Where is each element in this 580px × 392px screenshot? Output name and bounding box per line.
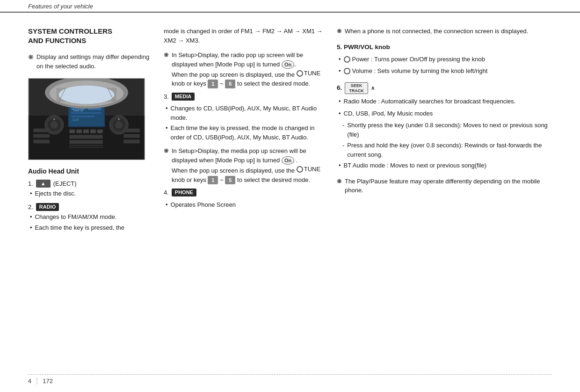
item-1-header: 1. ▲ (EJECT) <box>28 180 150 188</box>
power-circle-icon <box>344 56 350 63</box>
left-column: SYSTEM CONTROLLERS AND FUNCTIONS ❋ Displ… <box>28 27 159 237</box>
radio-note-content: In Setup>Display, the radio pop up scree… <box>172 51 323 88</box>
radio-badge: RADIO <box>36 203 59 211</box>
section-5-bullet-1: • Power : Turns power On/Off by pressing… <box>337 55 552 64</box>
svg-rect-21 <box>90 130 96 133</box>
footer-page: 172 <box>43 377 53 385</box>
page-footer: 4 ┊ 172 <box>28 374 552 385</box>
item-3: 3. MEDIA • Changes to CD, USB(iPod), AUX… <box>164 92 323 142</box>
key-1-badge: 1 <box>208 80 218 88</box>
section-5-title: 5. PWR/VOL knob <box>337 43 552 52</box>
page-header: Features of your vehicle <box>0 0 580 13</box>
asterisk-right-2: ❋ <box>337 177 342 195</box>
item-4: 4. PHONE • Operates Phone Screen <box>164 188 323 209</box>
left-note-1: ❋ Display and settings may differ depend… <box>28 52 150 71</box>
svg-rect-7 <box>71 116 94 117</box>
radio-setup-note: ❋ In Setup>Display, the radio pop up scr… <box>164 51 323 88</box>
section-title: SYSTEM CONTROLLERS AND FUNCTIONS <box>28 27 150 45</box>
right-note-2-text: The Play/Pause feature may operate diffe… <box>345 177 552 195</box>
item-1-bullet: • Ejects the disc. <box>28 189 150 198</box>
item-4-bullet: • Operates Phone Screen <box>164 200 323 210</box>
section-6-header: 6. SEEK TRACK ∧ <box>337 82 552 94</box>
right-column: ❋ When a phone is not connected, the con… <box>327 27 552 237</box>
middle-column: mode is changed in order of FM1 → FM2 → … <box>159 27 327 237</box>
on-badge-2: On <box>282 156 294 165</box>
key-5-badge: 5 <box>225 176 235 185</box>
svg-rect-25 <box>69 145 102 147</box>
key-1-badge-2: 1 <box>208 176 218 185</box>
media-setup-note: ❋ In Setup>Display, the media pop up scr… <box>164 146 323 184</box>
header-title: Features of your vehicle <box>28 3 93 10</box>
media-note-content: In Setup>Display, the media pop up scree… <box>172 146 323 184</box>
svg-rect-19 <box>76 130 82 133</box>
section-6-bullet-1: • Radio Mode : Automatically searches fo… <box>337 97 552 106</box>
tune-knob-icon <box>297 70 303 77</box>
asterisk-right-1: ❋ <box>337 27 342 36</box>
item2-cont-text: mode is changed in order of FM1 → FM2 → … <box>164 28 323 44</box>
svg-point-17 <box>118 118 120 120</box>
svg-rect-29 <box>123 129 140 132</box>
svg-rect-28 <box>33 139 50 143</box>
svg-point-16 <box>115 121 123 129</box>
right-note-2: ❋ The Play/Pause feature may operate dif… <box>337 177 552 195</box>
item-2: 2. RADIO • Changes to FM/AM/XM mode. • E… <box>28 203 150 232</box>
item-1-label: (EJECT) <box>53 180 77 187</box>
svg-rect-26 <box>33 129 50 132</box>
chevron-up-icon: ∧ <box>371 84 375 92</box>
svg-rect-31 <box>123 139 140 143</box>
section-6-sub-1: - Shortly press the key (under 0.8 secon… <box>337 121 552 139</box>
svg-point-12 <box>51 121 58 129</box>
svg-point-35 <box>59 86 115 104</box>
item2-continuation: mode is changed in order of FM1 → FM2 → … <box>164 27 323 45</box>
svg-rect-23 <box>69 135 102 139</box>
svg-rect-27 <box>33 134 50 138</box>
svg-text:Track 02: Track 02 <box>72 109 83 112</box>
bullet-icon: • <box>30 189 32 198</box>
item-4-header: 4. PHONE <box>164 188 323 197</box>
item-2-bullet-1: • Changes to FM/AM/XM mode. <box>28 212 150 222</box>
item-2-header: 2. RADIO <box>28 203 150 211</box>
note1-text: Display and settings may differ dependin… <box>36 52 150 71</box>
item-4-number: 4. <box>164 188 169 197</box>
volume-circle-icon <box>344 68 350 74</box>
key-6-badge: 6 <box>225 80 235 88</box>
item-3-bullet-2: • Each time the key is pressed, the mode… <box>164 123 323 142</box>
media-badge: MEDIA <box>172 93 195 101</box>
right-note-1: ❋ When a phone is not connected, the con… <box>337 27 552 36</box>
item-2-bullet-2: • Each time the key is pressed, the <box>28 223 150 232</box>
car-image: Track 02 12:20 <box>28 78 145 160</box>
svg-rect-20 <box>83 130 89 133</box>
item-3-number: 3. <box>164 92 169 102</box>
footer-chapter-page: 4 ┊ 172 <box>28 377 53 385</box>
phone-badge: PHONE <box>172 189 196 196</box>
car-dashboard-svg: Track 02 12:20 <box>29 79 145 160</box>
page-content: SYSTEM CONTROLLERS AND FUNCTIONS ❋ Displ… <box>0 13 580 246</box>
on-badge-1: On <box>282 60 294 69</box>
item-3-header: 3. MEDIA <box>164 92 323 102</box>
item-1-number: 1. <box>28 180 33 187</box>
svg-rect-6 <box>71 112 101 114</box>
tune-knob-icon-2 <box>297 166 303 173</box>
section-6-bullet-2: • CD, USB, iPod, My Music modes <box>337 109 552 118</box>
svg-text:12:20: 12:20 <box>72 119 79 121</box>
svg-point-13 <box>53 118 55 120</box>
section-6: 6. SEEK TRACK ∧ • Radio Mode : Automatic… <box>337 82 552 170</box>
item-2-number: 2. <box>28 203 33 211</box>
footer-chapter: 4 <box>28 377 31 385</box>
asterisk-2: ❋ <box>164 51 169 88</box>
audio-head-unit-label: Audio Head Unit <box>28 167 150 175</box>
svg-rect-30 <box>123 134 140 138</box>
footer-separator: ┊ <box>35 377 39 385</box>
item-1: 1. ▲ (EJECT) • Ejects the disc. <box>28 180 150 198</box>
asterisk-icon: ❋ <box>28 52 34 71</box>
section-5: 5. PWR/VOL knob • Power : Turns power On… <box>337 43 552 76</box>
eject-badge: ▲ <box>36 180 51 188</box>
item-3-bullet-1: • Changes to CD, USB(iPod), AUX, My Musi… <box>164 104 323 122</box>
svg-rect-18 <box>69 130 75 133</box>
section-6-sub-2: - Press and hold the key (over 0.8 secon… <box>337 141 552 159</box>
asterisk-3: ❋ <box>164 146 169 184</box>
section-5-bullet-2: • Volume : Sets volume by turning the kn… <box>337 66 552 76</box>
seek-track-badge: SEEK TRACK <box>345 82 368 94</box>
svg-rect-24 <box>69 140 102 144</box>
section-6-bullet-3: • BT Audio mode : Moves to next or previ… <box>337 161 552 170</box>
